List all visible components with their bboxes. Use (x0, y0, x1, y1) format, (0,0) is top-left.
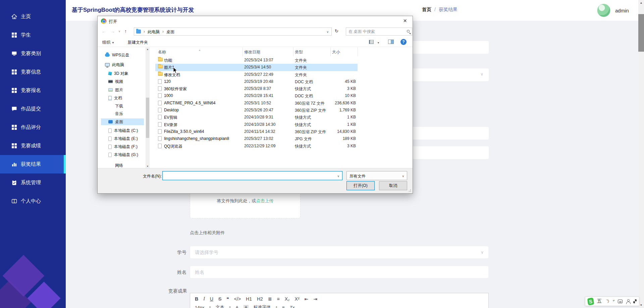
filename-input[interactable] (165, 172, 332, 179)
column-name[interactable]: 名称 (158, 49, 166, 55)
tree-item-downloads[interactable]: 下载 (115, 103, 123, 109)
file-row[interactable]: lingshishangcheng_shangpintupian82025/3/… (155, 135, 358, 142)
tree-item-desktop[interactable]: 桌面 (101, 118, 144, 125)
punctuation-icon[interactable]: °’ (613, 299, 614, 303)
tree-item-music[interactable]: 音乐 (115, 110, 123, 117)
user-box[interactable]: admin (597, 4, 629, 17)
tree-item-drive-g[interactable]: 本地磁盘 (G:) (108, 151, 138, 158)
heading1-icon[interactable]: H1 (246, 296, 252, 302)
spinner-icon[interactable]: ▴▾ (209, 306, 211, 308)
sidebar-item-home[interactable]: 主页 (0, 7, 66, 26)
sidebar-item-personal-center[interactable]: 个人中心 (0, 192, 66, 210)
tree-item-this-pc[interactable]: 此电脑 (105, 61, 124, 68)
name-field[interactable] (190, 266, 489, 278)
view-caret-icon[interactable]: ▾ (378, 41, 379, 44)
align-icon[interactable]: ≡ (282, 305, 285, 308)
refresh-icon[interactable]: ↻ (335, 29, 338, 34)
blockquote-icon[interactable]: ❝ (226, 296, 229, 302)
bold-icon[interactable]: B (195, 296, 198, 302)
file-row[interactable]: 1202025/3/19 20:48DOC 文档45 KB (155, 78, 358, 85)
search-input[interactable] (348, 29, 402, 35)
organize-button[interactable]: 组织▼ (102, 40, 114, 45)
new-folder-button[interactable]: 新建文件夹 (128, 40, 148, 45)
history-dropdown-icon[interactable]: ∨ (118, 30, 120, 33)
code-icon[interactable]: </> (234, 296, 241, 302)
cancel-button[interactable]: 取消 (379, 181, 407, 190)
column-size[interactable]: 大小 (332, 49, 340, 55)
tree-item-network[interactable]: 网络 (115, 162, 123, 169)
file-row[interactable]: ARCTIME_PRO_4.5_WIN642025/3/1 10:52360压缩… (155, 100, 358, 107)
avatar[interactable] (597, 4, 610, 17)
search-box[interactable] (346, 28, 412, 36)
file-row-selected[interactable]: 图片12025/3/4 14:50文件夹 (155, 64, 358, 71)
file-row[interactable]: QQ浏览器2022/12/29 12:09快捷方式3 KB (155, 143, 358, 150)
student-id-input[interactable] (195, 246, 470, 258)
highlight-color-icon[interactable]: A (244, 305, 249, 308)
toolbox-grid-icon[interactable] (633, 299, 637, 303)
sidebar-item-competition-results[interactable]: 竞赛成绩 (0, 137, 66, 155)
heading2-icon[interactable]: H2 (257, 296, 263, 302)
file-row[interactable]: Desktop2025/3/26 20:47360压缩 ZIP 文件1,769 … (155, 107, 358, 114)
file-row[interactable]: EV剪辑2024/10/28 9:31快捷方式1 KB (155, 114, 358, 121)
tree-item-3d-objects[interactable]: 3D 对象 (108, 70, 128, 77)
crumb-this-pc[interactable]: 此电脑 (148, 29, 160, 35)
file-row[interactable]: EV录屏2024/10/28 14:30快捷方式1 KB (155, 121, 358, 128)
sidebar-item-work-submit[interactable]: 作品提交 (0, 100, 66, 118)
help-icon[interactable]: ? (400, 39, 407, 45)
column-date[interactable]: 修改日期 (244, 49, 260, 55)
scroll-thumb[interactable] (638, 14, 644, 52)
tree-item-wps-cloud[interactable]: WPS云盘 (105, 52, 129, 58)
search-icon[interactable] (407, 30, 410, 33)
font-size-select[interactable]: 14px (195, 305, 204, 308)
tree-scrollbar[interactable]: ▲ ▼ (146, 47, 150, 168)
person-icon[interactable] (626, 299, 630, 304)
resize-grip[interactable] (409, 189, 411, 192)
unordered-list-icon[interactable]: ≡ (277, 296, 280, 302)
keyboard-icon[interactable] (618, 300, 623, 303)
forward-icon[interactable]: → (110, 29, 115, 34)
file-row[interactable]: 修改文档2025/3/27 22:49文件夹 (155, 71, 358, 78)
filetype-select[interactable]: 所有文件 ∨ (346, 171, 407, 180)
strikethrough-icon[interactable]: S (218, 296, 221, 302)
address-bar[interactable]: › 此电脑 › 桌面 ∨ (134, 28, 332, 36)
ime-toolbar[interactable]: S 五 ☽ °’ (585, 297, 639, 306)
scroll-down-icon[interactable]: ▼ (146, 165, 150, 167)
back-icon[interactable]: ← (102, 29, 106, 34)
text-color-icon[interactable]: A (235, 305, 238, 308)
tree-item-drive-e[interactable]: 本地磁盘 (E:) (108, 135, 138, 142)
close-icon[interactable]: ✕ (397, 16, 413, 26)
column-type[interactable]: 类型 (295, 49, 303, 55)
sidebar-item-award-results[interactable]: 获奖结果 (0, 155, 66, 173)
tree-item-drive-c[interactable]: 本地磁盘 (C:) (108, 127, 138, 134)
superscript-icon[interactable]: X² (295, 296, 300, 302)
italic-icon[interactable]: I (203, 296, 205, 302)
file-row[interactable]: 10002025/2/28 15:41DOC 文档10 KB (155, 92, 358, 99)
tree-item-drive-f[interactable]: 本地磁盘 (F:) (108, 143, 138, 150)
wubi-mode-icon[interactable]: 五 (597, 298, 602, 304)
moon-icon[interactable]: ☽ (604, 298, 610, 305)
name-input[interactable] (195, 266, 470, 278)
spinner-icon[interactable]: ▴▾ (229, 306, 231, 308)
clear-format-icon[interactable]: Tx (290, 305, 294, 308)
sidebar-item-students[interactable]: 学生 (0, 26, 66, 44)
file-row[interactable]: 360软件管家2025/3/28 8:37快捷方式3 KB (155, 85, 358, 92)
file-row[interactable]: 功能2025/3/24 13:07文件夹 (155, 57, 358, 64)
sidebar-item-competition-signup[interactable]: 竞赛报名 (0, 81, 66, 100)
address-chevron-icon[interactable]: ∨ (326, 30, 329, 34)
student-id-select[interactable]: ∨ (190, 246, 489, 259)
font-family-select[interactable]: 标准字体 (254, 304, 271, 308)
scroll-thumb[interactable] (146, 98, 149, 138)
filename-combobox[interactable]: ∨ (162, 171, 342, 180)
crumb-desktop[interactable]: 桌面 (166, 29, 174, 35)
chevron-down-icon[interactable]: ∨ (337, 174, 339, 178)
up-icon[interactable]: ↑ (124, 29, 127, 34)
sidebar-item-competition-category[interactable]: 竞赛类别 (0, 44, 66, 63)
indent-icon[interactable]: ⇥ (313, 296, 317, 302)
sogou-logo-icon[interactable]: S (587, 297, 594, 305)
list-view-icon[interactable] (369, 40, 374, 44)
underline-icon[interactable]: U (210, 296, 213, 302)
upload-link[interactable]: 点击上传 (256, 198, 274, 203)
sidebar-item-system-admin[interactable]: 系统管理 (0, 173, 66, 192)
subscript-icon[interactable]: X₂ (285, 296, 290, 302)
sidebar-item-competition-info[interactable]: 竞赛信息 (0, 63, 66, 81)
